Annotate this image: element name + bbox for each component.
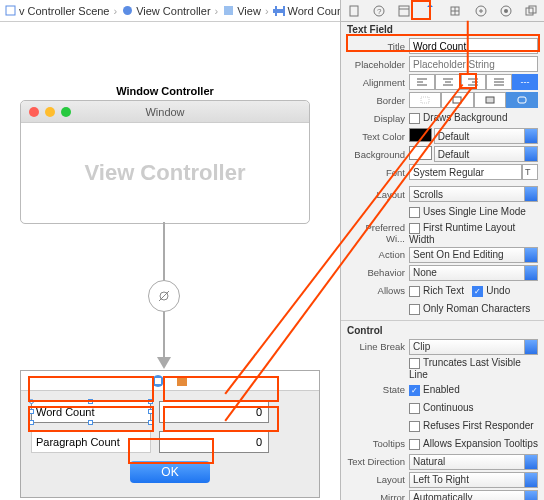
close-icon[interactable] bbox=[29, 107, 39, 117]
svg-text:T: T bbox=[525, 167, 531, 177]
align-right-icon[interactable] bbox=[461, 74, 487, 90]
paragraph-count-field[interactable]: 0 bbox=[159, 431, 269, 453]
window-frame[interactable]: Window View Controller bbox=[20, 100, 310, 224]
continuous-checkbox[interactable] bbox=[409, 403, 420, 414]
svg-rect-38 bbox=[486, 97, 494, 103]
svg-rect-10 bbox=[177, 376, 187, 386]
border-rounded-icon[interactable] bbox=[506, 92, 538, 108]
align-left-icon[interactable] bbox=[409, 74, 435, 90]
window-body-placeholder: View Controller bbox=[21, 123, 309, 223]
svg-point-1 bbox=[123, 6, 132, 15]
svg-rect-36 bbox=[421, 97, 429, 103]
alignment-label: Alignment bbox=[347, 77, 409, 88]
bc-scene[interactable]: v Controller Scene bbox=[4, 5, 110, 17]
action-popup[interactable]: Sent On End Editing bbox=[409, 247, 538, 263]
prefwidth-text: First Runtime Layout Width bbox=[409, 222, 515, 245]
storyboard-canvas[interactable]: Window Controller Window View Controller bbox=[0, 22, 340, 500]
traffic-lights bbox=[29, 107, 71, 117]
field-text: 0 bbox=[256, 436, 262, 448]
refuses-checkbox[interactable] bbox=[409, 421, 420, 432]
border-bezel-icon[interactable] bbox=[474, 92, 506, 108]
segue-icon[interactable] bbox=[148, 280, 180, 312]
font-field[interactable]: System Regular bbox=[409, 164, 522, 180]
mirror-popup[interactable]: Automatically bbox=[409, 490, 538, 500]
textdir-popup[interactable]: Natural bbox=[409, 454, 538, 470]
viewcontroller-icon[interactable] bbox=[151, 374, 165, 388]
refuses-label: Refuses First Responder bbox=[423, 420, 534, 431]
placeholder-label: Placeholder bbox=[347, 59, 409, 70]
border-line-icon[interactable] bbox=[441, 92, 473, 108]
single-line-label: Uses Single Line Mode bbox=[423, 206, 526, 217]
svg-point-21 bbox=[504, 9, 508, 13]
single-line-checkbox[interactable] bbox=[409, 207, 420, 218]
first-responder-icon[interactable] bbox=[175, 374, 189, 388]
undo-label: Undo bbox=[486, 285, 510, 296]
size-inspector-icon[interactable] bbox=[446, 2, 464, 20]
zoom-icon[interactable] bbox=[61, 107, 71, 117]
font-picker-button[interactable]: T bbox=[522, 164, 538, 180]
border-none-icon[interactable] bbox=[409, 92, 441, 108]
svg-rect-14 bbox=[399, 6, 409, 16]
textcolor-popup[interactable]: Default bbox=[434, 128, 538, 144]
continuous-label: Continuous bbox=[423, 402, 474, 413]
title-input[interactable] bbox=[409, 38, 538, 54]
label-text: Word Count bbox=[36, 406, 95, 418]
bc-view[interactable]: View bbox=[222, 5, 261, 17]
align-justify-icon[interactable] bbox=[486, 74, 512, 90]
textfield-icon bbox=[273, 5, 285, 17]
word-count-field[interactable]: 0 bbox=[159, 401, 269, 423]
word-count-label[interactable]: Word Count bbox=[31, 401, 151, 423]
bc-label: View Controller bbox=[136, 5, 210, 17]
sheet-view-controller[interactable]: Word Count 0 Paragraph Count 0 OK bbox=[20, 370, 320, 498]
placeholder-input[interactable] bbox=[409, 56, 538, 72]
font-label: Font bbox=[347, 167, 409, 178]
inspector-panel: ? Text Field Title Placeholder Alignment… bbox=[340, 0, 544, 500]
behavior-popup[interactable]: None bbox=[409, 265, 538, 281]
tooltips-label: Tooltips bbox=[347, 438, 409, 449]
window-titlebar[interactable]: Window bbox=[21, 101, 309, 123]
bc-wordcount[interactable]: Word Count bbox=[273, 5, 347, 17]
paragraph-count-label[interactable]: Paragraph Count bbox=[31, 431, 151, 453]
bindings-inspector-icon[interactable] bbox=[497, 2, 515, 20]
attributes-inspector-icon[interactable] bbox=[421, 2, 439, 20]
effects-inspector-icon[interactable] bbox=[522, 2, 540, 20]
alignment-segmented: --- bbox=[409, 74, 538, 90]
window-controller[interactable]: Window Controller Window View Controller bbox=[20, 82, 310, 224]
mirror-label: Mirror bbox=[347, 492, 409, 500]
quickhelp-inspector-icon[interactable]: ? bbox=[370, 2, 388, 20]
layout-label: Layout bbox=[347, 189, 409, 200]
background-popup[interactable]: Default bbox=[434, 146, 538, 162]
layout2-popup[interactable]: Left To Right bbox=[409, 472, 538, 488]
ok-button[interactable]: OK bbox=[130, 461, 210, 483]
align-natural-button[interactable]: --- bbox=[512, 74, 538, 90]
chevron-right-icon: › bbox=[114, 5, 118, 17]
identity-inspector-icon[interactable] bbox=[395, 2, 413, 20]
draws-background-checkbox[interactable] bbox=[409, 113, 420, 124]
viewcontroller-icon bbox=[121, 5, 133, 17]
undo-checkbox[interactable]: ✓ bbox=[472, 286, 483, 297]
richtext-checkbox[interactable] bbox=[409, 286, 420, 297]
roman-checkbox[interactable] bbox=[409, 304, 420, 315]
connections-inspector-icon[interactable] bbox=[472, 2, 490, 20]
bc-vc[interactable]: View Controller bbox=[121, 5, 210, 17]
layout-popup[interactable]: Scrolls bbox=[409, 186, 538, 202]
prefwidth-label: Preferred Wi... bbox=[347, 222, 409, 244]
truncates-checkbox[interactable] bbox=[409, 358, 420, 369]
enabled-checkbox[interactable]: ✓ bbox=[409, 385, 420, 396]
bc-label: View bbox=[237, 5, 261, 17]
state-label: State bbox=[347, 384, 409, 395]
prefwidth-checkbox[interactable] bbox=[409, 223, 420, 234]
minimize-icon[interactable] bbox=[45, 107, 55, 117]
chevron-right-icon: › bbox=[215, 5, 219, 17]
background-label: Background bbox=[347, 149, 409, 160]
title-label: Title bbox=[347, 41, 409, 52]
background-well[interactable] bbox=[409, 146, 432, 160]
align-center-icon[interactable] bbox=[435, 74, 461, 90]
behavior-label: Behavior bbox=[347, 267, 409, 278]
display-label: Display bbox=[347, 113, 409, 124]
file-inspector-icon[interactable] bbox=[345, 2, 363, 20]
allows-label: Allows bbox=[347, 285, 409, 296]
textcolor-well[interactable] bbox=[409, 128, 432, 142]
linebreak-popup[interactable]: Clip bbox=[409, 339, 538, 355]
tooltips-checkbox[interactable] bbox=[409, 439, 420, 450]
